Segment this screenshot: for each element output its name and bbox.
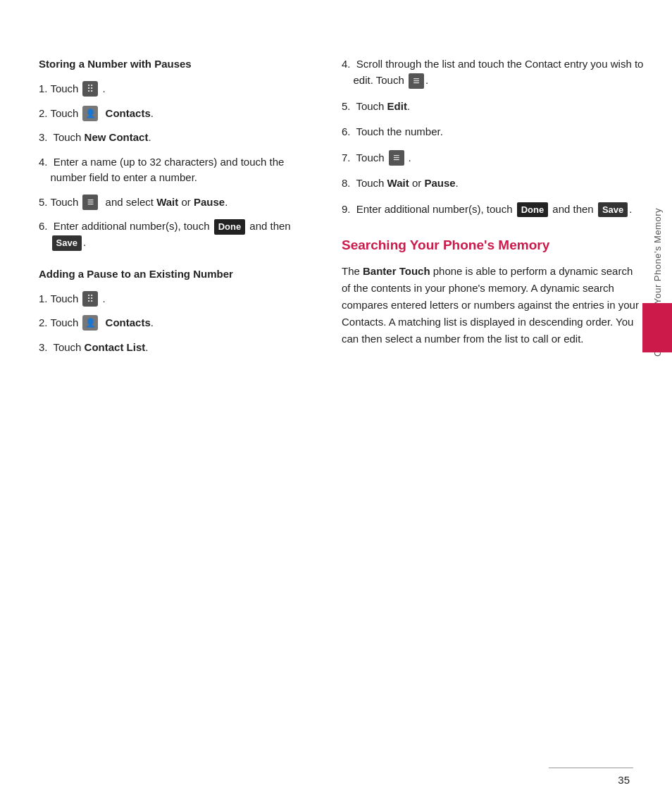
search-section: Searching Your Phone's Memory The Banter…: [342, 237, 644, 347]
step-text: Enter additional number(s), touch Done a…: [354, 202, 633, 218]
step-text: Contacts.: [102, 106, 154, 122]
step-right-9: 9. Enter additional number(s), touch Don…: [342, 202, 644, 218]
section-adding: Adding a Pause to an Existing Number 1. …: [39, 266, 321, 356]
step-num: 3.: [39, 340, 48, 356]
step-num: 9.: [342, 202, 351, 218]
step-num: 4.: [342, 56, 351, 73]
sidebar-accent-bar: [642, 303, 672, 352]
save-badge: Save: [598, 202, 628, 218]
step-text: Touch Edit.: [354, 99, 411, 115]
page-number: 35: [618, 774, 630, 786]
search-section-title: Searching Your Phone's Memory: [342, 237, 644, 254]
step-text: Contacts.: [102, 315, 154, 331]
contacts-icon: [82, 106, 98, 121]
step-text: and select Wait or Pause.: [102, 195, 228, 211]
step-left-4: 4. Enter a name (up to 32 characters) an…: [39, 154, 321, 186]
menu-icon: [82, 195, 98, 210]
grid-icon: [82, 291, 98, 307]
step-add-2: 2. Touch Contacts.: [39, 315, 321, 331]
section-storing-title: Storing a Number with Pauses: [39, 56, 321, 71]
bottom-divider: [549, 768, 633, 768]
step-num: 7. Touch: [342, 150, 385, 166]
step-text: Touch New Contact.: [51, 130, 151, 146]
step-text: Enter a name (up to 32 characters) and t…: [51, 154, 321, 186]
step-left-2: 2. Touch Contacts.: [39, 106, 321, 122]
step-suffix: .: [102, 291, 105, 307]
step-left-6: 6. Enter additional number(s), touch Don…: [39, 218, 321, 251]
section-storing: Storing a Number with Pauses 1. Touch . …: [39, 56, 321, 251]
step-num: 1. Touch: [39, 81, 78, 97]
step-add-3: 3. Touch Contact List.: [39, 340, 321, 356]
step-num: 4.: [39, 154, 48, 171]
step-text: Enter additional number(s), touch Done a…: [51, 218, 321, 251]
step-right-5: 5. Touch Edit.: [342, 99, 644, 115]
left-column: Storing a Number with Pauses 1. Touch . …: [39, 56, 321, 779]
step-left-3: 3. Touch New Contact.: [39, 130, 321, 146]
sidebar-label: Contacts in Your Phone's Memory: [642, 70, 672, 493]
done-badge: Done: [214, 219, 246, 235]
step-left-1: 1. Touch .: [39, 81, 321, 97]
step-right-4: 4. Scroll through the list and touch the…: [342, 56, 644, 89]
step-text: Scroll through the list and touch the Co…: [354, 56, 644, 89]
step-num: 2. Touch: [39, 315, 78, 331]
step-text: Touch Contact List.: [51, 340, 149, 356]
search-body: The Banter Touch phone is able to perfor…: [342, 263, 644, 347]
step-num: 1. Touch: [39, 291, 78, 307]
step-num: 6.: [342, 124, 351, 140]
step-num: 6.: [39, 218, 48, 235]
step-num: 2. Touch: [39, 106, 78, 122]
save-badge: Save: [52, 235, 82, 251]
step-right-7: 7. Touch .: [342, 150, 644, 166]
grid-icon: [82, 81, 98, 97]
step-suffix: .: [409, 150, 411, 166]
step-suffix: .: [102, 81, 105, 97]
step-text: Touch Wait or Pause.: [354, 175, 459, 192]
step-num: 5.: [342, 99, 351, 115]
step-right-8: 8. Touch Wait or Pause.: [342, 175, 644, 192]
step-num: 5. Touch: [39, 195, 78, 211]
done-badge: Done: [517, 202, 549, 218]
step-add-1: 1. Touch .: [39, 291, 321, 307]
right-column: 4. Scroll through the list and touch the…: [342, 56, 644, 779]
step-text: Touch the number.: [354, 124, 443, 140]
menu-icon: [409, 73, 424, 89]
menu-icon: [389, 150, 404, 166]
section-adding-title: Adding a Pause to an Existing Number: [39, 266, 321, 281]
step-num: 3.: [39, 130, 48, 146]
step-num: 8.: [342, 175, 351, 192]
contacts-icon: [82, 315, 98, 331]
step-right-6: 6. Touch the number.: [342, 124, 644, 140]
step-left-5: 5. Touch and select Wait or Pause.: [39, 195, 321, 211]
